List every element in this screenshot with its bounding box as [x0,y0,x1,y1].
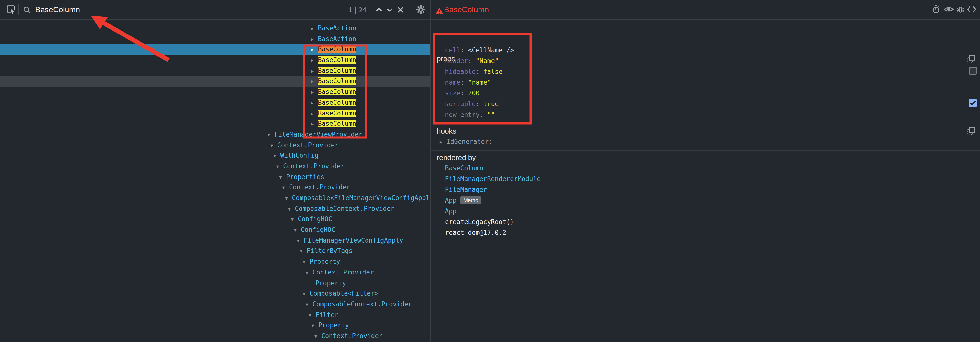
chevron-down-icon[interactable]: ▾ [274,151,280,161]
prop-value[interactable]: "Name" [476,57,499,65]
copy-hooks-icon[interactable] [966,126,976,138]
chevron-right-icon[interactable]: ▸ [311,76,318,87]
tree-row[interactable]: ▾Context.Provider [0,140,430,150]
chevron-down-icon[interactable]: ▾ [303,257,310,267]
chevron-down-icon[interactable]: ▾ [288,204,295,214]
component-name: Context.Provider [312,269,374,276]
tree-row[interactable]: ▾WithConfig [0,150,430,161]
tree-row[interactable]: ▾Property [0,256,430,267]
chevron-down-icon[interactable] [384,5,395,15]
chevron-down-icon[interactable]: ▾ [297,236,304,247]
tree-row[interactable]: ▾FileManagerViewProvider [0,129,430,140]
tree-row[interactable]: ▾FileManagerViewConfigApply [0,235,430,246]
hook-item[interactable]: ▸IdGenerator: [440,137,492,147]
chevron-down-icon[interactable]: ▾ [294,225,301,235]
rendered-by-item[interactable]: FileManager [445,185,541,195]
prop-row[interactable]: size:200 [445,88,514,99]
stopwatch-icon[interactable] [931,4,941,15]
search-input[interactable]: BaseColumn [35,0,80,19]
owner-link[interactable]: BaseColumn [445,164,484,172]
code-view-source-icon[interactable] [966,4,977,15]
chevron-down-icon[interactable]: ▾ [282,183,289,193]
chevron-down-icon[interactable]: ▾ [305,299,312,310]
chevron-down-icon[interactable]: ▾ [303,289,310,299]
tree-row[interactable]: ▸BaseColumn [0,97,430,108]
prop-row[interactable]: sortable:true [445,99,514,110]
tree-row[interactable]: ▾Composable<FileManagerViewConfigApply> [0,193,430,203]
eye-icon[interactable] [943,4,954,15]
tree-row[interactable]: ▸BaseColumn [0,87,430,97]
chevron-down-icon[interactable]: ▾ [309,310,315,320]
chevron-right-icon[interactable]: ▸ [311,34,318,45]
tree-row[interactable]: ▸BaseColumn [0,118,430,129]
chevron-down-icon[interactable]: ▾ [270,140,277,151]
gear-icon[interactable] [415,4,426,15]
prop-row[interactable]: name:"name" [445,77,514,88]
tree-row[interactable]: ▸BaseColumn [0,108,430,118]
owner-link[interactable]: FileManager [445,186,487,193]
owner-link[interactable]: App [445,207,457,215]
chevron-down-icon[interactable]: ▾ [315,331,321,342]
prop-value[interactable]: 200 [468,89,479,97]
tree-row[interactable]: ▾Composable<Filter> [0,288,430,299]
bug-icon[interactable] [955,4,966,15]
tree-row[interactable]: ▾ComposableContext.Provider [0,299,430,309]
chevron-right-icon[interactable]: ▸ [311,55,318,66]
chevron-right-icon[interactable]: ▸ [311,24,318,34]
chevron-right-icon[interactable]: ▸ [311,87,318,98]
tree-row[interactable]: ▾Context.Provider [0,182,430,193]
rendered-by-item[interactable]: AppMemo [445,195,541,206]
tree-row[interactable]: ▾Context.Provider [0,161,430,172]
owner-link[interactable]: App [445,197,457,204]
chevron-right-icon[interactable]: ▸ [440,137,447,148]
chevron-down-icon[interactable]: ▾ [291,215,298,225]
tree-row[interactable]: ▾ComposableContext.Provider [0,203,430,214]
close-icon[interactable] [395,5,406,15]
tree-row[interactable]: ▸BaseColumn [0,55,430,65]
chevron-down-icon[interactable]: ▾ [267,130,274,140]
chevron-down-icon[interactable]: ▾ [312,321,318,331]
chevron-right-icon[interactable]: ▸ [311,108,318,119]
chevron-right-icon[interactable]: ▸ [311,119,318,129]
tree-row[interactable]: ▸BaseAction [0,33,430,44]
checkbox-sortable[interactable] [969,99,977,107]
tree-row[interactable]: ▸BaseColumn [0,65,430,76]
prop-row[interactable]: cell:<CellName /> [445,45,514,56]
prop-value[interactable]: <CellName /> [468,46,514,54]
tree-row[interactable]: ▾Property [0,320,430,331]
tree-row[interactable]: ▾ConfigHOC [0,224,430,235]
tree-row[interactable]: Property [0,278,430,288]
chevron-up-icon[interactable] [374,5,384,15]
chevron-down-icon[interactable]: ▾ [276,161,283,172]
tree-row[interactable]: ▾Context.Provider [0,331,430,341]
prop-value[interactable]: false [484,68,503,75]
inspect-element-icon[interactable] [5,4,16,15]
tree-row[interactable]: ▾Context.Provider [0,267,430,278]
chevron-down-icon[interactable]: ▾ [279,172,286,183]
rendered-by-item[interactable]: BaseColumn [445,163,541,174]
tree-row[interactable]: ▾FilterByTags [0,246,430,256]
prop-value[interactable]: "" [487,111,495,118]
tree-row[interactable]: ▸BaseColumn [0,76,430,87]
tree-row[interactable]: ▾Filter [0,309,430,320]
chevron-right-icon[interactable]: ▸ [311,66,318,76]
chevron-down-icon[interactable]: ▾ [305,268,312,278]
chevron-right-icon[interactable]: ▸ [311,45,318,55]
chevron-down-icon[interactable]: ▾ [300,247,307,257]
tree-row[interactable]: ▾ConfigHOC [0,214,430,224]
prop-row[interactable]: header:"Name" [445,56,514,67]
tree-row[interactable]: ▸BaseAction [0,23,430,33]
owner-link[interactable]: FileManagerRendererModule [445,175,541,183]
rendered-by-item[interactable]: App [445,206,541,217]
prop-row[interactable]: new entry:"" [445,110,514,120]
prop-value[interactable]: true [484,100,499,108]
copy-props-icon[interactable] [966,54,976,65]
rendered-by-item[interactable]: FileManagerRendererModule [445,174,541,185]
prop-row[interactable]: hideable:false [445,67,514,77]
tree-row[interactable]: ▸BaseColumn [0,44,430,55]
tree-row[interactable]: ▾Properties [0,172,430,182]
checkbox-hideable[interactable] [969,67,977,75]
chevron-down-icon[interactable]: ▾ [285,193,292,204]
prop-value[interactable]: "name" [468,79,491,86]
chevron-right-icon[interactable]: ▸ [311,98,318,108]
